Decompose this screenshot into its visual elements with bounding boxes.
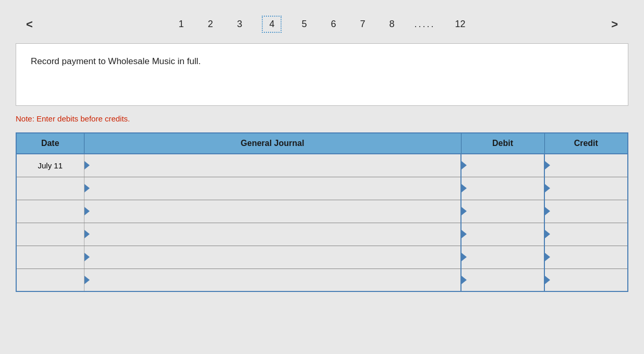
debit-input[interactable] [461, 223, 544, 246]
credit-input[interactable] [545, 223, 627, 246]
table-row [16, 154, 628, 177]
debit-input[interactable] [461, 200, 544, 223]
credit-marker-icon [545, 276, 550, 284]
credit-marker-icon [545, 161, 550, 169]
credit-input[interactable] [545, 200, 627, 223]
journal-table: Date General Journal Debit Credit [16, 132, 628, 292]
debit-marker-icon [461, 230, 467, 238]
page-8[interactable]: 8 [385, 17, 399, 32]
journal-input[interactable] [84, 200, 461, 223]
credit-input[interactable] [545, 246, 627, 268]
credit-input[interactable] [545, 269, 627, 291]
credit-marker-icon [545, 184, 550, 192]
question-text: Record payment to Wholesale Music in ful… [31, 56, 201, 66]
debit-input[interactable] [461, 177, 544, 200]
debit-marker-icon [461, 253, 467, 261]
journal-marker-icon [84, 230, 90, 238]
journal-input[interactable] [84, 246, 461, 268]
header-credit: Credit [544, 133, 628, 154]
credit-marker-icon [545, 253, 550, 261]
prev-button[interactable]: < [26, 18, 33, 31]
date-input[interactable] [21, 272, 80, 288]
debit-input[interactable] [461, 154, 544, 177]
date-input[interactable] [21, 226, 80, 242]
page-5[interactable]: 5 [297, 17, 311, 32]
table-row [16, 200, 628, 223]
journal-marker-icon [84, 207, 90, 215]
question-box: Record payment to Wholesale Music in ful… [16, 43, 628, 106]
journal-input[interactable] [84, 154, 461, 177]
page-12[interactable]: 12 [451, 17, 470, 32]
note-text: Note: Enter debits before credits. [16, 114, 628, 123]
journal-input[interactable] [84, 223, 461, 246]
header-debit: Debit [461, 133, 544, 154]
credit-input[interactable] [545, 154, 627, 177]
date-input[interactable] [21, 249, 80, 265]
journal-input[interactable] [84, 177, 461, 200]
credit-input[interactable] [545, 177, 627, 200]
journal-marker-icon [84, 276, 90, 284]
table-row [16, 268, 628, 291]
debit-marker-icon [461, 184, 467, 192]
page-4[interactable]: 4 [262, 16, 282, 33]
debit-marker-icon [461, 161, 467, 169]
page-1[interactable]: 1 [174, 17, 188, 32]
header-journal: General Journal [84, 133, 461, 154]
credit-marker-icon [545, 230, 550, 238]
debit-marker-icon [461, 207, 467, 215]
date-input[interactable] [21, 157, 80, 174]
debit-input[interactable] [461, 246, 544, 268]
journal-marker-icon [84, 161, 90, 169]
date-input[interactable] [21, 203, 80, 219]
page-7[interactable]: 7 [356, 17, 370, 32]
page-3[interactable]: 3 [233, 17, 246, 32]
journal-marker-icon [84, 184, 90, 192]
header-date: Date [16, 133, 84, 154]
debit-input[interactable] [461, 269, 544, 291]
page-items: 1 2 3 4 5 6 7 8 ..... 12 [33, 16, 611, 33]
journal-marker-icon [84, 253, 90, 261]
credit-marker-icon [545, 207, 550, 215]
page-6[interactable]: 6 [326, 17, 340, 32]
table-row [16, 177, 628, 200]
pagination: < 1 2 3 4 5 6 7 8 ..... 12 > [16, 10, 628, 38]
page-ellipsis: ..... [415, 19, 435, 30]
date-input[interactable] [21, 180, 80, 197]
debit-marker-icon [461, 276, 467, 284]
page-2[interactable]: 2 [203, 17, 217, 32]
table-row [16, 246, 628, 268]
table-row [16, 223, 628, 246]
next-button[interactable]: > [611, 18, 618, 31]
journal-input[interactable] [84, 269, 461, 291]
